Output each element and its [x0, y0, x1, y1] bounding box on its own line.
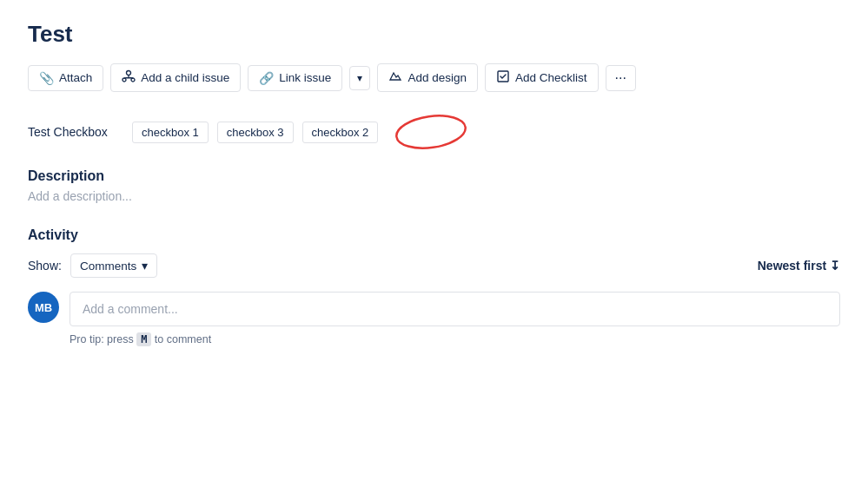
show-label: Show: — [28, 259, 62, 273]
attach-label: Attach — [59, 71, 92, 84]
link-issue-button[interactable]: 🔗 Link issue — [248, 65, 342, 91]
checkbox-tag-2[interactable]: checkbox 3 — [217, 122, 294, 143]
checkbox-tag-3[interactable]: checkbox 2 — [302, 122, 379, 143]
attach-button[interactable]: 📎 Attach — [28, 65, 103, 91]
design-icon — [388, 69, 402, 86]
activity-title: Activity — [28, 227, 840, 243]
svg-point-4 — [394, 113, 467, 151]
show-row: Show: Comments ▾ Newest first ↧ — [28, 253, 840, 278]
add-checklist-button[interactable]: Add Checklist — [485, 63, 599, 92]
red-circle-annotation — [392, 113, 470, 151]
description-title: Description — [28, 168, 840, 184]
comment-input[interactable]: Add a comment... — [70, 292, 840, 326]
add-design-label: Add design — [407, 71, 467, 84]
page-title: Test — [28, 21, 840, 48]
avatar: MB — [28, 292, 59, 323]
show-selected-value: Comments — [80, 260, 136, 273]
add-child-issue-button[interactable]: Add a child issue — [110, 63, 241, 92]
checkbox-tag-1[interactable]: checkbox 1 — [132, 122, 209, 143]
add-checklist-label: Add Checklist — [515, 71, 587, 84]
toolbar: 📎 Attach Add a child issue 🔗 Link issue … — [28, 63, 840, 92]
svg-point-0 — [127, 71, 131, 76]
show-select[interactable]: Comments ▾ — [70, 253, 157, 278]
pro-tip-suffix: to comment — [155, 333, 211, 345]
attach-icon: 📎 — [39, 71, 54, 85]
field-label: Test Checkbox — [28, 125, 123, 139]
pro-tip: Pro tip: press M to comment — [70, 333, 840, 345]
svg-point-1 — [123, 78, 126, 82]
activity-section: Activity Show: Comments ▾ Newest first ↧… — [28, 227, 840, 345]
pro-tip-text: Pro tip: press — [70, 333, 134, 345]
comment-placeholder: Add a comment... — [83, 302, 178, 316]
more-options-button[interactable]: ··· — [606, 65, 636, 91]
checklist-icon — [496, 69, 510, 86]
child-issue-icon — [122, 69, 136, 86]
description-placeholder[interactable]: Add a description... — [28, 189, 840, 203]
pro-tip-key: M — [136, 332, 151, 346]
show-left: Show: Comments ▾ — [28, 253, 157, 278]
field-row: Test Checkbox checkbox 1 checkbox 3 chec… — [28, 113, 840, 151]
add-child-label: Add a child issue — [141, 71, 229, 84]
description-section: Description Add a description... — [28, 168, 840, 203]
comment-row: MB Add a comment... — [28, 292, 840, 326]
sort-order[interactable]: Newest first ↧ — [758, 259, 840, 273]
svg-rect-3 — [498, 71, 508, 82]
svg-point-2 — [131, 78, 135, 82]
dropdown-arrow-button[interactable]: ▾ — [349, 66, 370, 90]
show-chevron-icon: ▾ — [142, 259, 148, 273]
link-issue-label: Link issue — [279, 71, 331, 84]
link-icon: 🔗 — [259, 71, 274, 85]
add-design-button[interactable]: Add design — [377, 63, 478, 92]
